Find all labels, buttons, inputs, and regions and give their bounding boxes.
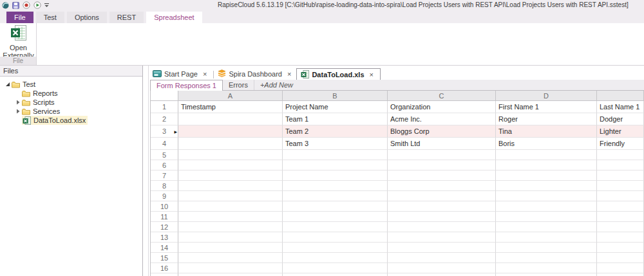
tree-item-test[interactable]: Test	[0, 80, 142, 89]
tree-item-scripts[interactable]: Scripts	[0, 98, 142, 107]
grid-cell[interactable]: Team 1	[283, 113, 388, 125]
close-icon[interactable]: ×	[285, 70, 294, 78]
toolbar-options-arrow[interactable]	[44, 3, 49, 8]
grid-cell[interactable]	[283, 181, 388, 191]
row-header[interactable]: 9	[151, 191, 178, 201]
grid-cell[interactable]	[178, 191, 283, 201]
row-header[interactable]: 4	[151, 138, 178, 150]
tree-item-datatoload[interactable]: DataToLoad.xlsx	[0, 116, 142, 125]
play-icon[interactable]	[33, 1, 41, 9]
row-header[interactable]: 15	[151, 253, 178, 263]
sheet-tab-errors[interactable]: Errors	[223, 80, 254, 90]
column-header[interactable]: B	[283, 91, 388, 101]
grid-cell[interactable]	[597, 263, 644, 273]
open-externally-button[interactable]: Open Externally	[0, 23, 37, 57]
grid-cell[interactable]	[496, 222, 597, 232]
grid-cell[interactable]	[283, 273, 388, 276]
select-all-corner[interactable]	[151, 91, 178, 101]
grid-cell[interactable]	[496, 212, 597, 222]
grid-cell[interactable]	[178, 212, 283, 222]
grid-cell[interactable]: Timestamp	[178, 101, 283, 113]
grid-cell[interactable]	[178, 273, 283, 276]
row-header[interactable]: 3▶	[151, 125, 178, 138]
grid-cell[interactable]: Team 3	[283, 138, 388, 150]
grid-cell[interactable]	[178, 222, 283, 232]
grid-cell[interactable]	[178, 263, 283, 273]
grid-cell[interactable]	[496, 150, 597, 160]
tree-item-services[interactable]: Services	[0, 107, 142, 116]
grid-cell[interactable]	[388, 201, 496, 212]
grid-cell[interactable]	[597, 201, 644, 212]
grid-cell[interactable]: Lighter	[597, 125, 644, 138]
grid-cell[interactable]	[178, 138, 283, 150]
save-icon[interactable]	[12, 2, 19, 9]
grid-cell[interactable]	[388, 253, 496, 263]
grid-cell[interactable]	[496, 181, 597, 191]
row-header[interactable]: 14	[151, 243, 178, 253]
tab-spira-dashboard[interactable]: Spira Dashboard ×	[215, 68, 296, 80]
sheet-tab-add-new[interactable]: +Add New	[254, 80, 299, 90]
column-header[interactable]: C	[388, 91, 496, 101]
row-header[interactable]: 13	[151, 232, 178, 243]
grid-cell[interactable]	[496, 191, 597, 201]
grid-cell[interactable]	[597, 273, 644, 276]
row-header[interactable]: 2	[151, 113, 178, 125]
close-icon[interactable]: ×	[367, 71, 376, 78]
grid-cell[interactable]	[283, 191, 388, 201]
grid-cell[interactable]	[496, 253, 597, 263]
grid-cell[interactable]	[597, 160, 644, 170]
grid-cell[interactable]	[388, 222, 496, 232]
grid-cell[interactable]	[597, 222, 644, 232]
row-header[interactable]: 11	[151, 212, 178, 222]
grid-cell[interactable]	[283, 212, 388, 222]
grid-cell[interactable]	[597, 243, 644, 253]
row-header[interactable]: 6	[151, 160, 178, 170]
grid-cell[interactable]	[597, 212, 644, 222]
tab-datatoload[interactable]: DataToLoad.xls ×	[296, 68, 381, 80]
row-header[interactable]: 16	[151, 263, 178, 273]
grid-cell[interactable]	[283, 150, 388, 160]
grid-cell[interactable]	[178, 181, 283, 191]
ribbon-tab-test[interactable]: Test	[36, 12, 64, 23]
grid-cell[interactable]	[388, 232, 496, 243]
grid-cell[interactable]: Project Name	[283, 101, 388, 113]
grid-cell[interactable]	[496, 160, 597, 170]
grid-cell[interactable]	[388, 181, 496, 191]
ribbon-tab-file[interactable]: File	[6, 12, 33, 23]
row-header[interactable]: 1	[151, 101, 178, 113]
grid-cell[interactable]: Tina	[496, 125, 597, 138]
grid-cell[interactable]	[283, 232, 388, 243]
grid-cell[interactable]	[388, 150, 496, 160]
grid-cell[interactable]	[496, 273, 597, 276]
grid-cell[interactable]	[388, 160, 496, 170]
grid-cell[interactable]	[388, 273, 496, 276]
grid-cell[interactable]	[388, 212, 496, 222]
app-logo[interactable]	[2, 2, 9, 9]
row-header[interactable]: 12	[151, 222, 178, 232]
row-header[interactable]: 7	[151, 170, 178, 181]
grid-cell[interactable]	[283, 201, 388, 212]
sheet-tab-form-responses[interactable]: Form Responses 1	[150, 80, 223, 91]
grid-cell[interactable]	[496, 263, 597, 273]
grid-cell[interactable]	[283, 160, 388, 170]
grid-cell[interactable]	[178, 160, 283, 170]
ribbon-tab-options[interactable]: Options	[67, 12, 107, 23]
grid-cell[interactable]	[283, 222, 388, 232]
row-header[interactable]: 10	[151, 201, 178, 212]
collapsed-arrow-icon[interactable]	[14, 109, 22, 114]
grid-cell[interactable]	[178, 201, 283, 212]
column-header[interactable]	[597, 91, 644, 101]
grid-cell[interactable]	[388, 191, 496, 201]
grid-cell[interactable]	[178, 125, 283, 138]
tab-start-page[interactable]: Start Page ×	[150, 68, 212, 80]
grid-cell[interactable]	[178, 170, 283, 181]
grid-cell[interactable]	[283, 253, 388, 263]
grid-cell[interactable]	[388, 263, 496, 273]
grid-cell[interactable]	[597, 150, 644, 160]
grid-cell[interactable]	[178, 243, 283, 253]
ribbon-tab-spreadsheet[interactable]: Spreadsheet	[146, 12, 202, 23]
row-header[interactable]: 5	[151, 150, 178, 160]
expanded-arrow-icon[interactable]	[4, 82, 12, 87]
grid-cell[interactable]: Bloggs Corp	[388, 125, 496, 138]
grid-cell[interactable]	[597, 253, 644, 263]
